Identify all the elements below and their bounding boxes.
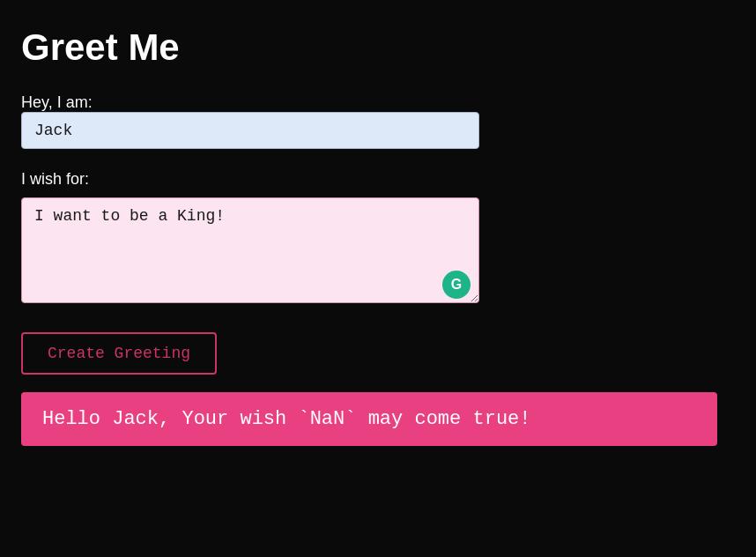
result-banner: Hello Jack, Your wish `NaN` may come tru… [21,392,717,446]
grammarly-icon[interactable]: G [442,271,471,299]
create-greeting-button[interactable]: Create Greeting [21,332,217,375]
wish-textarea-wrapper: I want to be a King! G [21,197,479,308]
wish-label: I wish for: [21,170,735,189]
page-title: Greet Me [21,26,735,69]
name-label: Hey, I am: [21,93,93,111]
wish-textarea[interactable]: I want to be a King! [21,197,479,303]
name-input[interactable] [21,112,479,149]
result-message: Hello Jack, Your wish `NaN` may come tru… [42,408,696,430]
